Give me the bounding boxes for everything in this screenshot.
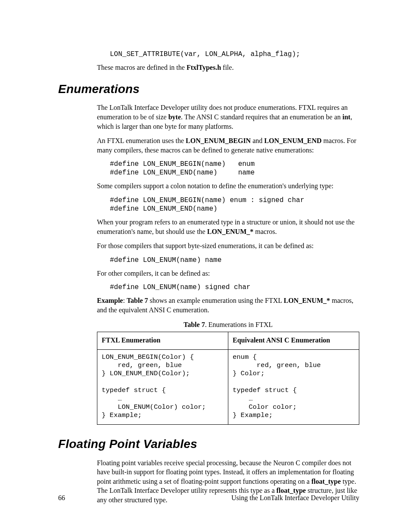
macro-name: LON_ENUM_* (283, 297, 330, 304)
table-number: Table 7 (184, 321, 205, 328)
paragraph-top: These macros are defined in the FtxlType… (97, 63, 359, 72)
example-label: Example (97, 297, 123, 304)
code-block-define1: #define LON_ENUM_BEGIN(name) enum #defin… (110, 160, 359, 177)
table-cell-ansic: enum { red, green, blue } Color; typedef… (228, 349, 359, 424)
heading-enumerations: Enumerations (58, 81, 359, 97)
text: macros. (253, 228, 277, 235)
text: and (251, 137, 264, 144)
code-block-define3: #define LON_ENUM(name) name (110, 256, 359, 264)
text: An FTXL enumeration uses the (97, 137, 186, 144)
table-header-ansic: Equivalent ANSI C Enumeration (228, 332, 359, 350)
table-caption: Table 7. Enumerations in FTXL (97, 320, 359, 330)
page-number: 66 (58, 493, 65, 503)
table-enumerations: FTXL Enumeration Equivalent ANSI C Enume… (97, 332, 359, 425)
text: : (123, 297, 126, 304)
macro-name: LON_ENUM_* (207, 228, 254, 235)
code-cell-ansic: enum { red, green, blue } Color; typedef… (233, 353, 355, 420)
text: These macros are defined in the (97, 64, 187, 71)
table-caption-text: . Enumerations in FTXL (205, 321, 273, 328)
heading-floating-point: Floating Point Variables (58, 436, 359, 452)
page-footer: 66 Using the LonTalk Interface Developer… (58, 493, 359, 503)
paragraph: Some compilers support a colon notation … (97, 181, 359, 191)
body-column: LON_SET_ATTRIBUTE(var, LON_ALPHA, alpha_… (97, 50, 359, 72)
text: . The ANSI C standard requires that an e… (181, 113, 342, 121)
keyword-int: int (342, 113, 351, 121)
table-cell-ftxl: LON_ENUM_BEGIN(Color) { red, green, blue… (97, 349, 228, 424)
table-header-ftxl: FTXL Enumeration (97, 332, 228, 350)
paragraph-example: Example: Table 7 shows an example enumer… (97, 296, 359, 314)
table-header-row: FTXL Enumeration Equivalent ANSI C Enume… (97, 332, 359, 350)
table-row: LON_ENUM_BEGIN(Color) { red, green, blue… (97, 349, 359, 424)
text: shows an example enumeration using the F… (148, 297, 284, 304)
code-cell-ftxl: LON_ENUM_BEGIN(Color) { red, green, blue… (102, 353, 224, 420)
document-page: LON_SET_ATTRIBUTE(var, LON_ALPHA, alpha_… (0, 0, 411, 532)
filename-bold: FtxlTypes.h (187, 64, 221, 71)
type-name: float_type (311, 478, 341, 485)
code-block-define4: #define LON_ENUM(name) signed char (110, 283, 359, 292)
table-reference: Table 7 (127, 297, 148, 304)
macro-name: LON_ENUM_END (264, 137, 321, 144)
paragraph: The LonTalk Interface Developer utility … (97, 103, 359, 131)
code-block-top: LON_SET_ATTRIBUTE(var, LON_ALPHA, alpha_… (110, 50, 359, 59)
text: file. (221, 64, 234, 71)
paragraph: An FTXL enumeration uses the LON_ENUM_BE… (97, 136, 359, 155)
section-enumerations-body: The LonTalk Interface Developer utility … (97, 103, 359, 424)
macro-name: LON_ENUM_BEGIN (186, 137, 251, 144)
paragraph: For those compilers that support byte-si… (97, 241, 359, 251)
keyword-byte: byte (168, 113, 181, 121)
code-block-define2: #define LON_ENUM_BEGIN(name) enum : sign… (110, 196, 359, 213)
paragraph: When your program refers to an enumerate… (97, 218, 359, 236)
paragraph: For other compilers, it can be defined a… (97, 269, 359, 278)
footer-title: Using the LonTalk Interface Developer Ut… (231, 493, 359, 503)
